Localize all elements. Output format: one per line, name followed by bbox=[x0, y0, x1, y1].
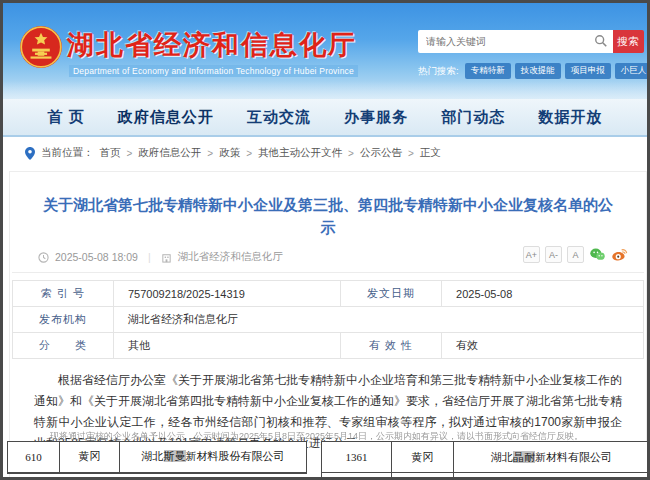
search-input[interactable] bbox=[418, 30, 588, 53]
meta-category-value: 其他 bbox=[113, 333, 340, 359]
title-divider bbox=[12, 272, 644, 273]
breadcrumb: 当前位置： 首页 > 政府信息公开 > 政策 > 其他主动公开文件 > 公示公告… bbox=[3, 139, 647, 167]
breadcrumb-separator: > bbox=[348, 148, 354, 159]
browser-page: 湖北省经济和信息化厅 Department of Economy and Inf… bbox=[0, 0, 650, 480]
weibo-share-icon[interactable] bbox=[611, 246, 628, 263]
meta-org-value: 湖北省经济和信息化厅 bbox=[113, 307, 643, 333]
hot-tag-1[interactable]: 专精特新 bbox=[465, 63, 511, 79]
company-list-table-right: 1361 黄冈 湖北晶耐新材料有限公司 1362 黄冈 湖北祥瑞新材料科技有限公… bbox=[321, 441, 650, 480]
company-no: 1361 bbox=[322, 442, 392, 473]
hot-tag-3[interactable]: 项目申报 bbox=[565, 63, 611, 79]
search-button[interactable]: 搜索 bbox=[613, 30, 644, 53]
table-row-partial: 1362 黄冈 湖北祥瑞新材料科技有限公司 bbox=[322, 473, 650, 480]
company-name: 湖北斯曼新材料股份有限公司 bbox=[120, 442, 307, 473]
article-source: 湖北省经济和信息化厅 bbox=[178, 250, 283, 264]
company-name: 湖北祥瑞新材料科技有限公司 bbox=[454, 473, 650, 480]
share-toolbar: A+ A- A bbox=[523, 246, 628, 263]
breadcrumb-home[interactable]: 首页 bbox=[100, 146, 121, 160]
breadcrumb-policy[interactable]: 政策 bbox=[219, 146, 240, 160]
nav-item-open-data[interactable]: 数据开放 bbox=[538, 108, 602, 127]
breadcrumb-label: 当前位置： bbox=[41, 146, 94, 160]
breadcrumb-separator: > bbox=[246, 148, 252, 159]
font-reset-button[interactable]: A bbox=[567, 246, 584, 263]
site-title: 湖北省经济和信息化厅 bbox=[67, 27, 357, 63]
hot-search-row: 热门搜索: 专精特新 技改提能 项目申报 小巨人 绿色工厂 bbox=[418, 63, 650, 79]
hot-tag-4[interactable]: 小巨人 bbox=[615, 63, 650, 79]
article-datetime: 2025-05-08 18:09 bbox=[55, 251, 138, 263]
nav-item-dept-news[interactable]: 部门动态 bbox=[441, 108, 505, 127]
breadcrumb-current: 正文 bbox=[420, 146, 441, 160]
company-name: 湖北晶耐新材料有限公司 bbox=[454, 442, 650, 473]
national-emblem-icon bbox=[19, 25, 63, 69]
search-highlight: 晶耐 bbox=[513, 451, 535, 463]
site-subtitle: Department of Economy and Information Te… bbox=[69, 65, 358, 77]
meta-validity-value: 有效 bbox=[442, 333, 644, 359]
meta-index-label: 索 引 号 bbox=[13, 281, 114, 307]
nav-item-interaction[interactable]: 互动交流 bbox=[247, 108, 311, 127]
article-title: 关于湖北省第七批专精特新中小企业及第三批、第四批专精特新中小企业复核名单的公示 bbox=[40, 194, 616, 239]
search-icon bbox=[594, 34, 608, 48]
building-icon bbox=[161, 252, 172, 263]
meta-category-label: 分 类 bbox=[13, 333, 114, 359]
breadcrumb-separator: > bbox=[408, 148, 414, 159]
table-row: 1361 黄冈 湖北晶耐新材料有限公司 bbox=[322, 442, 650, 473]
hot-search-label: 热门搜索: bbox=[418, 65, 459, 78]
nav-item-services[interactable]: 办事服务 bbox=[344, 108, 408, 127]
company-city: 黄冈 bbox=[60, 442, 120, 473]
meta-issue-date-value: 2025-05-08 bbox=[442, 281, 644, 307]
font-larger-button[interactable]: A+ bbox=[523, 246, 540, 263]
meta-separator: | bbox=[144, 251, 155, 263]
breadcrumb-separator: > bbox=[127, 148, 133, 159]
search-highlight: 斯曼 bbox=[164, 450, 186, 462]
company-city: 黄冈 bbox=[392, 442, 454, 473]
font-smaller-button[interactable]: A- bbox=[545, 246, 562, 263]
breadcrumb-gov-info[interactable]: 政府信息公开 bbox=[138, 146, 201, 160]
breadcrumb-separator: > bbox=[207, 148, 213, 159]
table-row: 610 黄冈 湖北斯曼新材料股份有限公司 bbox=[8, 442, 307, 473]
company-city: 黄冈 bbox=[392, 473, 454, 480]
clock-icon bbox=[38, 252, 49, 263]
company-list-table-left: 610 黄冈 湖北斯曼新材料股份有限公司 bbox=[7, 441, 307, 474]
location-pin-icon bbox=[25, 147, 35, 160]
meta-org-label: 发布机构 bbox=[13, 307, 114, 333]
meta-issue-date-label: 发文日期 bbox=[341, 281, 442, 307]
document-meta-table: 索 引 号 757009218/2025-14319 发文日期 2025-05-… bbox=[12, 280, 644, 359]
article-card: 关于湖北省第七批专精特新中小企业及第三批、第四批专精特新中小企业复核名单的公示 … bbox=[9, 171, 647, 480]
site-header: 湖北省经济和信息化厅 Department of Economy and Inf… bbox=[3, 3, 647, 99]
meta-validity-label: 有 效 性 bbox=[341, 333, 442, 359]
article-meta-row: 2025-05-08 18:09 | 湖北省经济和信息化厅 bbox=[38, 250, 283, 264]
breadcrumb-announcements[interactable]: 公示公告 bbox=[360, 146, 402, 160]
hot-tag-2[interactable]: 技改提能 bbox=[515, 63, 561, 79]
main-nav: 首 页 政府信息公开 互动交流 办事服务 部门动态 数据开放 bbox=[3, 99, 647, 137]
company-no: 610 bbox=[8, 442, 60, 473]
nav-item-home[interactable]: 首 页 bbox=[48, 108, 85, 127]
search-box bbox=[418, 30, 613, 53]
wechat-share-icon[interactable] bbox=[589, 246, 606, 263]
breadcrumb-other-docs[interactable]: 其他主动公开文件 bbox=[258, 146, 342, 160]
nav-item-gov-info[interactable]: 政府信息公开 bbox=[118, 108, 214, 127]
meta-index-value: 757009218/2025-14319 bbox=[113, 281, 340, 307]
company-no: 1362 bbox=[322, 473, 392, 480]
